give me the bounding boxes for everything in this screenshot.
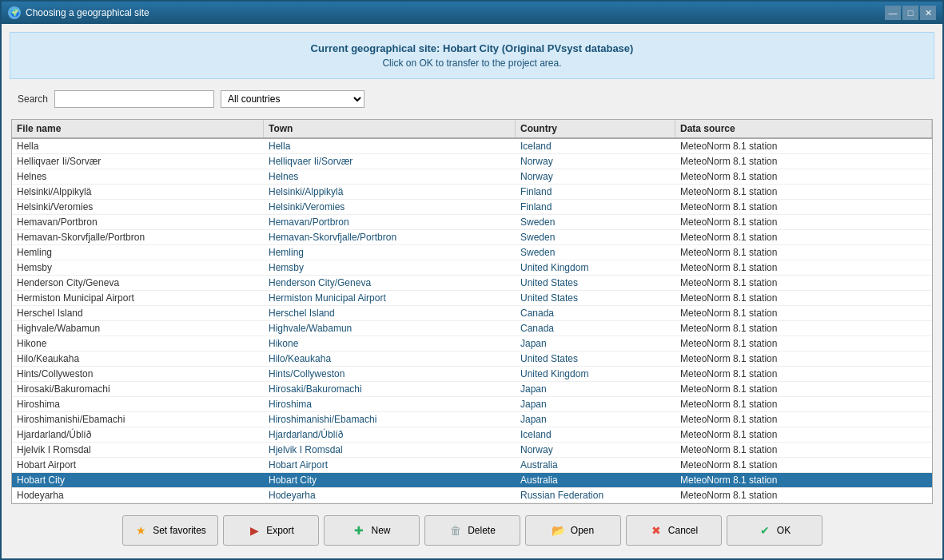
click-ok-text: Click on OK to transfer to the project a…: [20, 58, 924, 69]
export-icon: ▶: [247, 523, 261, 538]
table-row[interactable]: Hobart CityHobart CityAustraliaMeteoNorm…: [12, 473, 932, 488]
search-bar: Search All countries: [10, 85, 934, 113]
ok-button[interactable]: ✔ OK: [727, 515, 823, 546]
search-label: Search: [18, 93, 48, 105]
cell-filename: Herschel Island: [12, 306, 264, 320]
cell-country: Australia: [516, 458, 675, 472]
cell-filename: Hemling: [12, 245, 264, 260]
cell-country: Sweden: [516, 230, 675, 244]
cancel-button[interactable]: ✖ Cancel: [626, 515, 722, 546]
open-button[interactable]: 📂 Open: [525, 515, 621, 546]
cell-datasource: MeteoNorm 8.1 station: [675, 336, 932, 351]
cell-town: Hiroshima: [264, 397, 516, 411]
cell-datasource: MeteoNorm 8.1 station: [675, 488, 932, 502]
cell-country: Iceland: [516, 139, 675, 153]
cell-country: Japan: [516, 336, 675, 351]
main-window: 🌍 Choosing a geographical site — □ ✕ Cur…: [0, 0, 944, 560]
cell-datasource: MeteoNorm 8.1 station: [675, 473, 932, 487]
close-button[interactable]: ✕: [920, 6, 936, 20]
star-icon: ★: [133, 523, 148, 538]
table-row[interactable]: Hirosaki/BakuromachiHirosaki/Bakuromachi…: [12, 382, 932, 397]
trash-icon: 🗑: [448, 523, 463, 538]
ok-label: OK: [777, 525, 791, 536]
cell-filename: Helsinki/Alppikylä: [12, 185, 264, 199]
cell-country: Norway: [516, 443, 675, 457]
col-filename: File name: [12, 120, 264, 137]
cell-datasource: MeteoNorm 8.1 station: [675, 200, 932, 214]
search-input[interactable]: [54, 90, 214, 108]
cell-filename: Hiroshima: [12, 397, 264, 411]
table-row[interactable]: HikoneHikoneJapanMeteoNorm 8.1 station: [12, 336, 932, 351]
cell-filename: Helliqvaer Ii/Sorvær: [12, 154, 264, 169]
cell-town: Hints/Collyweston: [264, 367, 516, 381]
cell-town: Hella: [264, 139, 516, 153]
table-row[interactable]: Hints/CollywestonHints/CollywestonUnited…: [12, 367, 932, 382]
cell-filename: Hjardarland/Úblíð: [12, 427, 264, 442]
table-row[interactable]: HelnesHelnesNorwayMeteoNorm 8.1 station: [12, 169, 932, 185]
cell-filename: Hodeyarha: [12, 488, 264, 502]
cell-datasource: MeteoNorm 8.1 station: [675, 443, 932, 457]
table-row[interactable]: Highvale/WabamunHighvale/WabamunCanadaMe…: [12, 321, 932, 336]
window-icon: 🌍: [8, 6, 21, 19]
country-select[interactable]: All countries: [221, 90, 364, 108]
titlebar-left: 🌍 Choosing a geographical site: [8, 6, 149, 19]
cell-filename: Hints/Collyweston: [12, 367, 264, 381]
maximize-button[interactable]: □: [902, 6, 918, 20]
delete-label: Delete: [468, 525, 496, 536]
table-row[interactable]: Hiroshimanishi/EbamachiHiroshimanishi/Eb…: [12, 412, 932, 427]
table-row[interactable]: Hjardarland/ÚblíðHjardarland/ÚblíðIcelan…: [12, 427, 932, 443]
cell-datasource: MeteoNorm 8.1 station: [675, 215, 932, 229]
table-row[interactable]: HiroshimaHiroshimaJapanMeteoNorm 8.1 sta…: [12, 397, 932, 412]
cell-town: Helnes: [264, 169, 516, 184]
table-body[interactable]: Hawthorne/CypaveHawthorne/CypaveUnited S…: [12, 139, 932, 503]
cell-country: Iceland: [516, 427, 675, 442]
checkmark-icon: ✔: [758, 523, 772, 538]
cell-town: Highvale/Wabamun: [264, 321, 516, 336]
table-row[interactable]: Hilo/KeaukahaHilo/KeaukahaUnited StatesM…: [12, 351, 932, 367]
new-button[interactable]: ✚ New: [324, 515, 420, 546]
table-row[interactable]: Herschel IslandHerschel IslandCanadaMete…: [12, 306, 932, 321]
current-site-text: Current geographical site: Hobart City (…: [20, 42, 924, 54]
set-favorites-button[interactable]: ★ Set favorites: [122, 515, 218, 546]
cancel-icon: ✖: [649, 523, 663, 538]
cancel-label: Cancel: [668, 525, 698, 536]
cell-country: Australia: [516, 473, 675, 487]
cell-filename: Hella: [12, 139, 264, 153]
delete-button[interactable]: 🗑 Delete: [424, 515, 520, 546]
table-row[interactable]: Henderson City/GenevaHenderson City/Gene…: [12, 276, 932, 291]
cell-datasource: MeteoNorm 8.1 station: [675, 427, 932, 442]
cell-country: Japan: [516, 397, 675, 411]
cell-filename: Hemavan/Portbron: [12, 215, 264, 229]
table-row[interactable]: HodeyarhaHodeyarhaRussian FederationMete…: [12, 488, 932, 503]
table-row[interactable]: Hobart AirportHobart AirportAustraliaMet…: [12, 458, 932, 473]
table-row[interactable]: HellaHellaIcelandMeteoNorm 8.1 station: [12, 139, 932, 154]
cell-datasource: MeteoNorm 8.1 station: [675, 458, 932, 472]
col-town: Town: [264, 120, 516, 137]
table-row[interactable]: Hermiston Municipal AirportHermiston Mun…: [12, 291, 932, 306]
table-row[interactable]: Helsinki/VeromiesHelsinki/VeromiesFinlan…: [12, 200, 932, 215]
export-label: Export: [266, 525, 294, 536]
cell-filename: Helsinki/Veromies: [12, 200, 264, 214]
cell-country: United States: [516, 291, 675, 305]
cell-datasource: MeteoNorm 8.1 station: [675, 351, 932, 366]
table-row[interactable]: Helsinki/AlppikyläHelsinki/AlppikyläFinl…: [12, 185, 932, 200]
sites-table: File name Town Country Data source Hawth…: [11, 119, 933, 504]
cell-town: Herschel Island: [264, 306, 516, 320]
table-row[interactable]: HemlingHemlingSwedenMeteoNorm 8.1 statio…: [12, 245, 932, 260]
cell-datasource: MeteoNorm 8.1 station: [675, 245, 932, 260]
cell-country: Norway: [516, 154, 675, 169]
table-row[interactable]: Helliqvaer Ii/SorværHelliqvaer Ii/Sorvær…: [12, 154, 932, 169]
cell-town: Hemling: [264, 245, 516, 260]
minimize-button[interactable]: —: [885, 6, 901, 20]
titlebar: 🌍 Choosing a geographical site — □ ✕: [2, 2, 942, 24]
table-row[interactable]: HemsbyHemsbyUnited KingdomMeteoNorm 8.1 …: [12, 260, 932, 276]
table-row[interactable]: Hemavan-Skorvfjalle/PortbronHemavan-Skor…: [12, 230, 932, 245]
table-row[interactable]: Hemavan/PortbronHemavan/PortbronSwedenMe…: [12, 215, 932, 230]
cell-town: Hermiston Municipal Airport: [264, 291, 516, 305]
export-button[interactable]: ▶ Export: [223, 515, 319, 546]
cell-town: Henderson City/Geneva: [264, 276, 516, 290]
cell-town: Hikone: [264, 336, 516, 351]
cell-datasource: MeteoNorm 8.1 station: [675, 260, 932, 275]
cell-town: Hirosaki/Bakuromachi: [264, 382, 516, 396]
table-row[interactable]: Hjelvik I RomsdalHjelvik I RomsdalNorway…: [12, 443, 932, 458]
